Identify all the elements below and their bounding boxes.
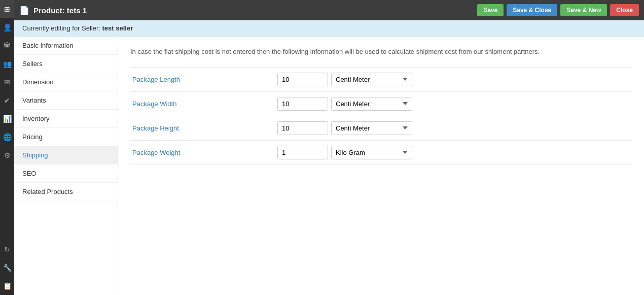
nav-item-pricing[interactable]: Pricing: [14, 128, 118, 146]
clipboard-icon[interactable]: 📋: [0, 277, 14, 295]
form-row: Package WidthCenti MeterInchFootMeter: [130, 91, 632, 116]
shipping-info-text: In case the flat shipping cost is not en…: [130, 47, 632, 57]
left-nav: Basic InformationSellersDimensionVariant…: [14, 37, 118, 295]
form-fields: Package LengthCenti MeterInchFootMeterPa…: [130, 67, 632, 165]
page-title: Product: tets 1: [33, 6, 477, 15]
close-button[interactable]: Close: [610, 4, 639, 16]
dashboard-icon[interactable]: ⊞: [0, 0, 14, 18]
nav-item-dimension[interactable]: Dimension: [14, 73, 118, 91]
input-group: Centi MeterInchFootMeter: [277, 121, 412, 135]
field-input-package-height[interactable]: [277, 121, 328, 135]
form-row: Package WeightKilo GramGramPoundOunce: [130, 140, 632, 165]
input-group: Centi MeterInchFootMeter: [277, 73, 412, 86]
mail-icon[interactable]: ✉: [0, 73, 14, 91]
seller-banner-prefix: Currently editing for Seller:: [22, 24, 100, 32]
seller-banner: Currently editing for Seller: test selle…: [14, 20, 644, 37]
input-group: Kilo GramGramPoundOunce: [277, 146, 412, 159]
nav-item-variants[interactable]: Variants: [14, 91, 118, 110]
form-row: Package LengthCenti MeterInchFootMeter: [130, 67, 632, 91]
gear-icon[interactable]: ⚙: [0, 146, 14, 165]
icon-sidebar-bottom: ↻ 🔧 📋: [0, 240, 14, 295]
check-icon[interactable]: ✔: [0, 91, 14, 110]
save-close-button[interactable]: Save & Close: [507, 4, 557, 16]
top-bar-buttons: Save Save & Close Save & New Close: [477, 4, 639, 16]
user-icon[interactable]: 👤: [0, 18, 14, 37]
field-input-package-weight[interactable]: [277, 146, 328, 159]
product-icon: 📄: [19, 6, 29, 15]
save-button[interactable]: Save: [477, 4, 504, 16]
content-area: Basic InformationSellersDimensionVariant…: [14, 37, 644, 295]
field-label-package-length: Package Length: [130, 76, 277, 83]
nav-item-basic-information[interactable]: Basic Information: [14, 37, 118, 55]
field-select-package-height[interactable]: Centi MeterInchFootMeter: [331, 121, 412, 135]
building-icon[interactable]: 🏛: [0, 37, 14, 55]
chart-icon[interactable]: 📊: [0, 110, 14, 128]
field-input-package-length[interactable]: [277, 73, 328, 86]
nav-item-inventory[interactable]: Inventory: [14, 110, 118, 128]
input-group: Centi MeterInchFootMeter: [277, 97, 412, 111]
refresh-icon[interactable]: ↻: [0, 240, 14, 258]
right-content: In case the flat shipping cost is not en…: [118, 37, 644, 295]
globe-icon[interactable]: 🌐: [0, 128, 14, 146]
field-select-package-length[interactable]: Centi MeterInchFootMeter: [331, 73, 412, 86]
field-select-package-width[interactable]: Centi MeterInchFootMeter: [331, 97, 412, 111]
wrench-icon[interactable]: 🔧: [0, 258, 14, 277]
icon-sidebar: ⊞ 👤 🏛 👥 ✉ ✔ 📊 🌐 ⚙ ↻ 🔧 📋: [0, 0, 14, 295]
field-label-package-height: Package Height: [130, 124, 277, 132]
nav-item-sellers[interactable]: Sellers: [14, 55, 118, 73]
nav-item-shipping[interactable]: Shipping: [14, 146, 118, 165]
field-input-package-width[interactable]: [277, 97, 328, 111]
field-label-package-width: Package Width: [130, 100, 277, 108]
field-select-package-weight[interactable]: Kilo GramGramPoundOunce: [331, 146, 412, 159]
seller-name: test seller: [102, 24, 133, 32]
save-new-button[interactable]: Save & New: [560, 4, 607, 16]
nav-item-seo[interactable]: SEO: [14, 165, 118, 183]
group-icon[interactable]: 👥: [0, 55, 14, 73]
field-label-package-weight: Package Weight: [130, 149, 277, 156]
main-area: 📄 Product: tets 1 Save Save & Close Save…: [14, 0, 644, 295]
nav-item-related-products[interactable]: Related Products: [14, 183, 118, 201]
form-row: Package HeightCenti MeterInchFootMeter: [130, 116, 632, 140]
shipping-section: In case the flat shipping cost is not en…: [118, 37, 644, 175]
top-bar: 📄 Product: tets 1 Save Save & Close Save…: [14, 0, 644, 20]
